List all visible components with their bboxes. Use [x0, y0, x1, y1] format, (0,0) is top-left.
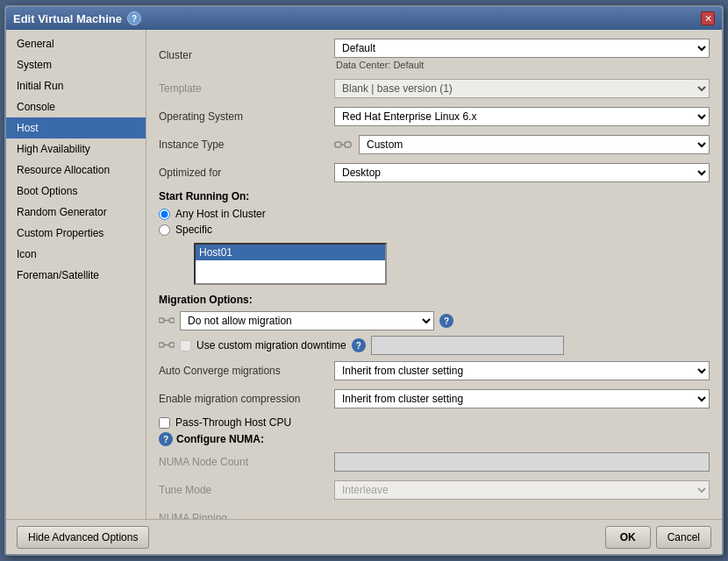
title-help-icon[interactable]: ?	[127, 11, 141, 25]
downtime-chain-icon	[159, 337, 175, 353]
tune-mode-row: Tune Mode Interleave	[159, 479, 710, 501]
numa-node-label: NUMA Node Count	[159, 456, 334, 468]
sidebar-item-custom-properties[interactable]: Custom Properties	[6, 223, 146, 244]
svg-rect-3	[159, 318, 164, 323]
cluster-datacenter: Data Center: Default	[334, 59, 710, 71]
template-select[interactable]: Blank | base version (1)	[334, 79, 710, 98]
tune-mode-select[interactable]: Interleave	[334, 480, 710, 500]
specific-row: Specific	[159, 224, 710, 236]
passthrough-checkbox[interactable]	[159, 417, 170, 429]
enable-compression-row: Enable migration compression Inherit fro…	[159, 388, 710, 409]
instance-type-select[interactable]: Custom	[359, 135, 710, 154]
svg-rect-6	[159, 343, 164, 347]
bottom-bar: Hide Advanced Options OK Cancel	[6, 519, 722, 554]
any-host-radio[interactable]	[159, 209, 170, 220]
numa-node-input[interactable]: 0	[334, 452, 710, 472]
os-label: Operating System	[159, 110, 334, 123]
enable-compression-control: Inherit from cluster setting	[334, 389, 710, 408]
numa-node-row: NUMA Node Count 0	[159, 451, 710, 472]
optimized-control: Desktop	[334, 163, 710, 182]
os-control: Red Hat Enterprise Linux 6.x	[334, 107, 710, 126]
enable-compression-label: Enable migration compression	[159, 393, 334, 405]
os-select[interactable]: Red Hat Enterprise Linux 6.x	[334, 107, 710, 126]
auto-converge-control: Inherit from cluster setting	[334, 361, 710, 380]
instance-chain-icon	[334, 138, 352, 151]
os-row: Operating System Red Hat Enterprise Linu…	[159, 106, 710, 127]
any-host-label: Any Host in Cluster	[175, 208, 266, 220]
numa-pinning-label: NUMA Pinning	[159, 512, 334, 519]
auto-converge-label: Auto Converge migrations	[159, 365, 334, 377]
template-row: Template Blank | base version (1)	[159, 78, 710, 99]
sidebar-item-initial-run[interactable]: Initial Run	[6, 75, 146, 96]
custom-downtime-row: Use custom migration downtime ?	[159, 336, 710, 355]
migration-help-icon[interactable]: ?	[439, 314, 453, 328]
optimized-row: Optimized for Desktop	[159, 162, 710, 183]
close-button[interactable]: ✕	[701, 11, 715, 25]
sidebar-item-console[interactable]: Console	[6, 96, 146, 117]
enable-compression-select[interactable]: Inherit from cluster setting	[334, 389, 710, 408]
sidebar-item-general[interactable]: General	[6, 33, 146, 54]
tune-mode-label: Tune Mode	[159, 484, 334, 496]
ok-button[interactable]: OK	[605, 526, 651, 549]
configure-numa-row: ? Configure NUMA:	[159, 432, 710, 446]
instance-type-label: Instance Type	[159, 138, 334, 151]
start-running-header: Start Running On:	[159, 190, 710, 202]
cluster-row: Cluster Default Data Center: Default	[159, 39, 710, 71]
numa-node-control: 0	[334, 452, 710, 472]
numa-pinning-row: NUMA Pinning	[159, 508, 710, 519]
title-bar: Edit Virtual Machine ? ✕	[6, 7, 722, 30]
host-listbox[interactable]: Host01	[194, 243, 387, 285]
tune-mode-control: Interleave	[334, 480, 710, 500]
sidebar-item-icon[interactable]: Icon	[6, 244, 146, 265]
migration-header: Migration Options:	[159, 294, 710, 306]
svg-rect-4	[169, 318, 175, 323]
svg-rect-0	[335, 142, 341, 147]
sidebar-item-host[interactable]: Host	[6, 117, 146, 138]
custom-downtime-checkbox[interactable]	[180, 340, 191, 352]
instance-type-row: Instance Type Custom	[159, 134, 710, 155]
edit-vm-dialog: Edit Virtual Machine ? ✕ General System …	[4, 5, 724, 556]
sidebar-item-random-generator[interactable]: Random Generator	[6, 202, 146, 223]
host-listbox-container: Host01	[176, 243, 710, 285]
title-bar-left: Edit Virtual Machine ?	[13, 11, 141, 25]
cluster-label: Cluster	[159, 49, 334, 61]
cluster-select[interactable]: Default	[334, 39, 710, 58]
numa-help-icon[interactable]: ?	[159, 432, 173, 446]
sidebar-item-system[interactable]: System	[6, 54, 146, 75]
auto-converge-row: Auto Converge migrations Inherit from cl…	[159, 360, 710, 381]
template-label: Template	[159, 82, 334, 95]
sidebar-item-boot-options[interactable]: Boot Options	[6, 181, 146, 202]
migration-chain-icon	[159, 313, 175, 329]
downtime-input[interactable]	[371, 336, 564, 355]
hide-advanced-button[interactable]: Hide Advanced Options	[17, 526, 149, 549]
configure-numa-label: Configure NUMA:	[176, 433, 264, 445]
cancel-button[interactable]: Cancel	[656, 526, 711, 549]
dialog-body: General System Initial Run Console Host …	[6, 30, 722, 519]
optimized-label: Optimized for	[159, 167, 334, 179]
start-running-group: Any Host in Cluster Specific	[159, 208, 710, 236]
migration-select-row: Do not allow migration ?	[159, 311, 710, 330]
sidebar-item-high-availability[interactable]: High Availability	[6, 138, 146, 160]
dialog-title: Edit Virtual Machine	[13, 12, 122, 25]
bottom-right: OK Cancel	[605, 526, 711, 549]
passthrough-row: Pass-Through Host CPU	[159, 416, 710, 429]
main-content: Cluster Default Data Center: Default Tem…	[146, 30, 722, 519]
optimized-select[interactable]: Desktop	[334, 163, 710, 182]
template-control: Blank | base version (1)	[334, 79, 710, 98]
migration-select-wrapper: Do not allow migration	[180, 311, 434, 330]
sidebar: General System Initial Run Console Host …	[6, 30, 146, 519]
any-host-row: Any Host in Cluster	[159, 208, 710, 220]
svg-rect-7	[169, 343, 175, 347]
custom-downtime-label: Use custom migration downtime	[196, 339, 346, 352]
specific-radio[interactable]	[159, 224, 170, 236]
auto-converge-select[interactable]: Inherit from cluster setting	[334, 361, 710, 380]
cluster-control: Default Data Center: Default	[334, 39, 710, 71]
passthrough-label: Pass-Through Host CPU	[175, 416, 291, 429]
specific-label: Specific	[175, 224, 212, 236]
migration-select[interactable]: Do not allow migration	[180, 311, 434, 330]
svg-rect-1	[345, 142, 351, 147]
downtime-help-icon[interactable]: ?	[352, 338, 366, 352]
sidebar-item-resource-allocation[interactable]: Resource Allocation	[6, 160, 146, 181]
host-item[interactable]: Host01	[196, 245, 385, 260]
sidebar-item-foreman[interactable]: Foreman/Satellite	[6, 265, 146, 286]
